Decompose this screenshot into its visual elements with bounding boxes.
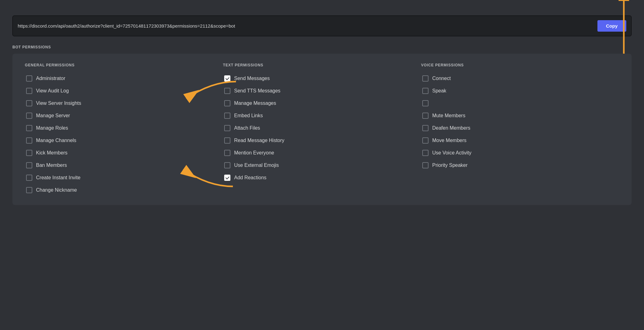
permission-checkbox[interactable] — [224, 175, 230, 181]
permission-checkbox[interactable] — [422, 75, 429, 82]
permission-label: Mention Everyone — [234, 150, 274, 156]
permission-checkbox[interactable] — [224, 113, 230, 119]
list-item: Manage Messages — [223, 98, 421, 109]
list-item: View Server Insights — [25, 98, 223, 109]
list-item: Mute Members — [421, 110, 619, 121]
list-item: Read Message History — [223, 135, 421, 146]
list-item: Mention Everyone — [223, 147, 421, 158]
permission-checkbox[interactable] — [26, 175, 32, 181]
permission-label: Manage Roles — [36, 125, 68, 131]
permission-label: Manage Channels — [36, 138, 76, 143]
list-item: Attach Files — [223, 123, 421, 134]
permission-label: Speak — [432, 88, 446, 94]
permission-label: Add Reactions — [234, 175, 266, 181]
list-item: Send TTS Messages — [223, 85, 421, 96]
list-item: Add Reactions — [223, 172, 421, 183]
permission-label: Ban Members — [36, 163, 67, 168]
permission-checkbox[interactable] — [26, 137, 32, 144]
permission-label: Use Voice Activity — [432, 150, 471, 156]
voice-permissions-list: ConnectSpeakMute MembersDeafen MembersMo… — [421, 73, 619, 171]
url-bar: Copy — [12, 16, 632, 36]
list-item: Deafen Members — [421, 123, 619, 134]
page-wrapper: Copy BOT PERMISSIONS — [12, 9, 632, 205]
permission-label: Manage Server — [36, 113, 70, 118]
general-permissions-column: GENERAL PERMISSIONS AdministratorView Au… — [25, 63, 223, 196]
permission-label: Change Nickname — [36, 187, 77, 193]
permission-checkbox[interactable] — [26, 113, 32, 119]
permission-label: View Server Insights — [36, 100, 81, 106]
permission-checkbox[interactable] — [26, 162, 32, 168]
permission-checkbox[interactable] — [26, 187, 32, 193]
general-permissions-title: GENERAL PERMISSIONS — [25, 63, 223, 67]
permission-label: Attach Files — [234, 125, 260, 131]
list-item: Move Members — [421, 135, 619, 146]
list-item: Kick Members — [25, 147, 223, 158]
permission-label: Manage Messages — [234, 100, 276, 106]
list-item: Connect — [421, 73, 619, 84]
permission-label: Create Instant Invite — [36, 175, 80, 181]
list-item — [421, 98, 619, 109]
permissions-panel: GENERAL PERMISSIONS AdministratorView Au… — [12, 54, 632, 205]
permission-checkbox[interactable] — [224, 125, 230, 131]
permission-label: Send TTS Messages — [234, 88, 280, 94]
permission-label: View Audit Log — [36, 88, 69, 94]
list-item: Manage Server — [25, 110, 223, 121]
list-item: Change Nickname — [25, 185, 223, 196]
list-item: Use External Emojis — [223, 160, 421, 171]
permission-checkbox[interactable] — [224, 75, 230, 82]
permission-label: Move Members — [432, 138, 466, 143]
voice-permissions-title: VOICE PERMISSIONS — [421, 63, 619, 67]
bot-permissions-title: BOT PERMISSIONS — [12, 45, 632, 49]
permission-checkbox[interactable] — [224, 137, 230, 144]
list-item: Use Voice Activity — [421, 147, 619, 158]
permission-label: Send Messages — [234, 76, 270, 81]
voice-permissions-column: VOICE PERMISSIONS ConnectSpeakMute Membe… — [421, 63, 619, 196]
text-permissions-title: TEXT PERMISSIONS — [223, 63, 421, 67]
permission-checkbox[interactable] — [224, 150, 230, 156]
text-permissions-list: Send MessagesSend TTS MessagesManage Mes… — [223, 73, 421, 183]
list-item: Speak — [421, 85, 619, 96]
general-permissions-list: AdministratorView Audit LogView Server I… — [25, 73, 223, 196]
permission-checkbox[interactable] — [26, 125, 32, 131]
permission-label: Mute Members — [432, 113, 465, 118]
permission-checkbox[interactable] — [422, 113, 429, 119]
permission-checkbox[interactable] — [422, 150, 429, 156]
list-item: Administrator — [25, 73, 223, 84]
permission-checkbox[interactable] — [26, 88, 32, 94]
url-input[interactable] — [18, 23, 594, 29]
permission-checkbox[interactable] — [422, 162, 429, 168]
permission-checkbox[interactable] — [422, 137, 429, 144]
permission-checkbox[interactable] — [422, 100, 429, 106]
list-item: Ban Members — [25, 160, 223, 171]
permission-label: Use External Emojis — [234, 163, 279, 168]
list-item: Manage Roles — [25, 123, 223, 134]
text-permissions-column: TEXT PERMISSIONS Send MessagesSend TTS M… — [223, 63, 421, 196]
permission-checkbox[interactable] — [224, 162, 230, 168]
permission-checkbox[interactable] — [224, 100, 230, 106]
permission-label: Administrator — [36, 76, 65, 81]
permission-label: Deafen Members — [432, 125, 470, 131]
permission-checkbox[interactable] — [422, 125, 429, 131]
list-item: Priority Speaker — [421, 160, 619, 171]
permission-label: Connect — [432, 76, 451, 81]
permission-label: Kick Members — [36, 150, 67, 156]
list-item: Manage Channels — [25, 135, 223, 146]
list-item: Embed Links — [223, 110, 421, 121]
permission-checkbox[interactable] — [26, 150, 32, 156]
permission-checkbox[interactable] — [26, 75, 32, 82]
list-item: View Audit Log — [25, 85, 223, 96]
permissions-grid: GENERAL PERMISSIONS AdministratorView Au… — [25, 63, 619, 196]
permission-label: Embed Links — [234, 113, 263, 118]
list-item: Create Instant Invite — [25, 172, 223, 183]
permission-label: Read Message History — [234, 138, 284, 143]
permission-checkbox[interactable] — [224, 88, 230, 94]
permission-checkbox[interactable] — [26, 100, 32, 106]
permission-label: Priority Speaker — [432, 163, 468, 168]
copy-button[interactable]: Copy — [597, 20, 627, 32]
permission-checkbox[interactable] — [422, 88, 429, 94]
list-item: Send Messages — [223, 73, 421, 84]
